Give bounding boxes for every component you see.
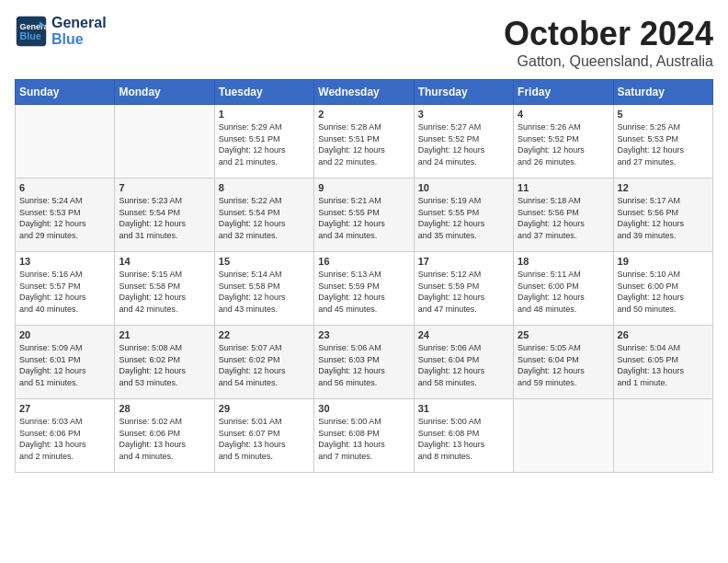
day-info: Sunrise: 5:16 AM Sunset: 5:57 PM Dayligh… — [19, 269, 110, 315]
calendar-cell: 24Sunrise: 5:06 AM Sunset: 6:04 PM Dayli… — [414, 326, 513, 399]
day-info: Sunrise: 5:10 AM Sunset: 6:00 PM Dayligh… — [618, 269, 709, 315]
day-number: 22 — [219, 329, 310, 340]
day-number: 2 — [318, 109, 409, 120]
day-info: Sunrise: 5:05 AM Sunset: 6:04 PM Dayligh… — [518, 342, 609, 388]
calendar-cell: 13Sunrise: 5:16 AM Sunset: 5:57 PM Dayli… — [16, 252, 115, 326]
calendar-week-5: 27Sunrise: 5:03 AM Sunset: 6:06 PM Dayli… — [16, 399, 713, 473]
day-number: 6 — [19, 182, 110, 193]
day-number: 31 — [418, 403, 509, 414]
day-number: 13 — [19, 256, 110, 267]
calendar-cell: 31Sunrise: 5:00 AM Sunset: 6:08 PM Dayli… — [414, 399, 513, 473]
calendar-cell: 21Sunrise: 5:08 AM Sunset: 6:02 PM Dayli… — [115, 326, 214, 399]
calendar-cell: 4Sunrise: 5:26 AM Sunset: 5:52 PM Daylig… — [514, 105, 613, 178]
day-info: Sunrise: 5:26 AM Sunset: 5:52 PM Dayligh… — [518, 121, 609, 167]
logo-text: General Blue — [51, 15, 107, 47]
header: General Blue General Blue October 2024 G… — [15, 15, 713, 70]
day-number: 4 — [518, 109, 609, 120]
weekday-header-sunday: Sunday — [16, 80, 115, 105]
day-number: 19 — [618, 256, 709, 267]
calendar-week-1: 1Sunrise: 5:29 AM Sunset: 5:51 PM Daylig… — [16, 105, 713, 178]
day-number: 23 — [318, 329, 409, 340]
day-number: 30 — [318, 403, 409, 414]
calendar-cell: 22Sunrise: 5:07 AM Sunset: 6:02 PM Dayli… — [214, 326, 313, 399]
calendar-cell: 16Sunrise: 5:13 AM Sunset: 5:59 PM Dayli… — [314, 252, 414, 326]
month-title: October 2024 — [504, 15, 713, 53]
calendar-cell: 2Sunrise: 5:28 AM Sunset: 5:51 PM Daylig… — [314, 105, 414, 178]
weekday-header-thursday: Thursday — [414, 80, 513, 105]
day-info: Sunrise: 5:03 AM Sunset: 6:06 PM Dayligh… — [19, 416, 110, 462]
calendar-cell: 7Sunrise: 5:23 AM Sunset: 5:54 PM Daylig… — [115, 178, 214, 252]
day-number: 10 — [418, 182, 509, 193]
svg-text:Blue: Blue — [19, 30, 40, 41]
logo: General Blue General Blue — [15, 15, 107, 48]
day-info: Sunrise: 5:08 AM Sunset: 6:02 PM Dayligh… — [119, 342, 210, 388]
logo-icon: General Blue — [15, 15, 48, 48]
day-info: Sunrise: 5:23 AM Sunset: 5:54 PM Dayligh… — [119, 195, 210, 241]
day-info: Sunrise: 5:07 AM Sunset: 6:02 PM Dayligh… — [219, 342, 310, 388]
title-area: October 2024 Gatton, Queensland, Austral… — [504, 15, 713, 70]
day-info: Sunrise: 5:12 AM Sunset: 5:59 PM Dayligh… — [418, 269, 509, 315]
calendar-cell: 19Sunrise: 5:10 AM Sunset: 6:00 PM Dayli… — [613, 252, 712, 326]
calendar-cell: 29Sunrise: 5:01 AM Sunset: 6:07 PM Dayli… — [214, 399, 313, 473]
day-info: Sunrise: 5:18 AM Sunset: 5:56 PM Dayligh… — [518, 195, 609, 241]
calendar-cell — [514, 399, 613, 473]
day-info: Sunrise: 5:22 AM Sunset: 5:54 PM Dayligh… — [219, 195, 310, 241]
calendar-cell — [115, 105, 214, 178]
calendar-cell: 3Sunrise: 5:27 AM Sunset: 5:52 PM Daylig… — [414, 105, 513, 178]
day-number: 7 — [119, 182, 210, 193]
calendar-cell: 17Sunrise: 5:12 AM Sunset: 5:59 PM Dayli… — [414, 252, 513, 326]
day-info: Sunrise: 5:28 AM Sunset: 5:51 PM Dayligh… — [318, 121, 409, 167]
calendar-cell: 11Sunrise: 5:18 AM Sunset: 5:56 PM Dayli… — [514, 178, 613, 252]
calendar-cell: 6Sunrise: 5:24 AM Sunset: 5:53 PM Daylig… — [16, 178, 115, 252]
day-info: Sunrise: 5:25 AM Sunset: 5:53 PM Dayligh… — [618, 121, 709, 167]
day-info: Sunrise: 5:17 AM Sunset: 5:56 PM Dayligh… — [618, 195, 709, 241]
day-number: 16 — [318, 256, 409, 267]
calendar-week-3: 13Sunrise: 5:16 AM Sunset: 5:57 PM Dayli… — [16, 252, 713, 326]
day-number: 18 — [518, 256, 609, 267]
day-info: Sunrise: 5:00 AM Sunset: 6:08 PM Dayligh… — [318, 416, 409, 462]
day-info: Sunrise: 5:11 AM Sunset: 6:00 PM Dayligh… — [518, 269, 609, 315]
day-info: Sunrise: 5:09 AM Sunset: 6:01 PM Dayligh… — [19, 342, 110, 388]
location-title: Gatton, Queensland, Australia — [504, 53, 713, 70]
calendar-cell: 23Sunrise: 5:06 AM Sunset: 6:03 PM Dayli… — [314, 326, 414, 399]
calendar-cell: 10Sunrise: 5:19 AM Sunset: 5:55 PM Dayli… — [414, 178, 513, 252]
day-info: Sunrise: 5:02 AM Sunset: 6:06 PM Dayligh… — [119, 416, 210, 462]
day-info: Sunrise: 5:21 AM Sunset: 5:55 PM Dayligh… — [318, 195, 409, 241]
day-number: 8 — [219, 182, 310, 193]
day-info: Sunrise: 5:13 AM Sunset: 5:59 PM Dayligh… — [318, 269, 409, 315]
day-info: Sunrise: 5:14 AM Sunset: 5:58 PM Dayligh… — [219, 269, 310, 315]
day-number: 9 — [318, 182, 409, 193]
calendar-cell: 28Sunrise: 5:02 AM Sunset: 6:06 PM Dayli… — [115, 399, 214, 473]
day-info: Sunrise: 5:06 AM Sunset: 6:03 PM Dayligh… — [318, 342, 409, 388]
weekday-header-friday: Friday — [514, 80, 613, 105]
calendar-cell: 15Sunrise: 5:14 AM Sunset: 5:58 PM Dayli… — [214, 252, 313, 326]
day-number: 25 — [518, 329, 609, 340]
calendar-week-2: 6Sunrise: 5:24 AM Sunset: 5:53 PM Daylig… — [16, 178, 713, 252]
calendar-cell — [16, 105, 115, 178]
weekday-header-saturday: Saturday — [613, 80, 712, 105]
day-number: 1 — [219, 109, 310, 120]
calendar-week-4: 20Sunrise: 5:09 AM Sunset: 6:01 PM Dayli… — [16, 326, 713, 399]
calendar-cell: 18Sunrise: 5:11 AM Sunset: 6:00 PM Dayli… — [514, 252, 613, 326]
day-number: 3 — [418, 109, 509, 120]
day-info: Sunrise: 5:06 AM Sunset: 6:04 PM Dayligh… — [418, 342, 509, 388]
weekday-header-row: SundayMondayTuesdayWednesdayThursdayFrid… — [16, 80, 713, 105]
day-number: 24 — [418, 329, 509, 340]
day-info: Sunrise: 5:24 AM Sunset: 5:53 PM Dayligh… — [19, 195, 110, 241]
calendar-cell: 9Sunrise: 5:21 AM Sunset: 5:55 PM Daylig… — [314, 178, 414, 252]
day-info: Sunrise: 5:27 AM Sunset: 5:52 PM Dayligh… — [418, 121, 509, 167]
calendar-cell: 12Sunrise: 5:17 AM Sunset: 5:56 PM Dayli… — [613, 178, 712, 252]
day-number: 12 — [618, 182, 709, 193]
calendar-cell: 25Sunrise: 5:05 AM Sunset: 6:04 PM Dayli… — [514, 326, 613, 399]
calendar-cell: 1Sunrise: 5:29 AM Sunset: 5:51 PM Daylig… — [214, 105, 313, 178]
calendar-cell: 30Sunrise: 5:00 AM Sunset: 6:08 PM Dayli… — [314, 399, 414, 473]
weekday-header-wednesday: Wednesday — [314, 80, 414, 105]
day-number: 17 — [418, 256, 509, 267]
day-info: Sunrise: 5:01 AM Sunset: 6:07 PM Dayligh… — [219, 416, 310, 462]
day-number: 15 — [219, 256, 310, 267]
day-info: Sunrise: 5:19 AM Sunset: 5:55 PM Dayligh… — [418, 195, 509, 241]
calendar-cell: 5Sunrise: 5:25 AM Sunset: 5:53 PM Daylig… — [613, 105, 712, 178]
day-number: 5 — [618, 109, 709, 120]
day-info: Sunrise: 5:15 AM Sunset: 5:58 PM Dayligh… — [119, 269, 210, 315]
calendar-cell: 26Sunrise: 5:04 AM Sunset: 6:05 PM Dayli… — [613, 326, 712, 399]
